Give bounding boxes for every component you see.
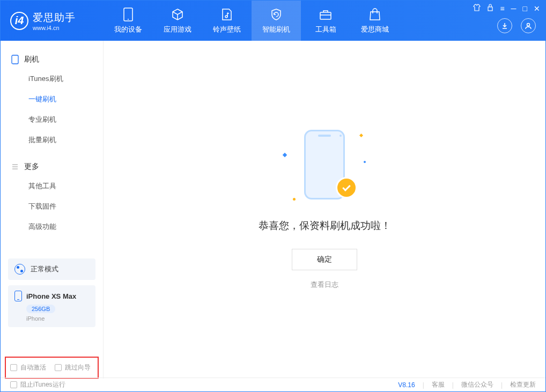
minimize-button[interactable]: ─ bbox=[511, 4, 517, 13]
tab-toolbox[interactable]: 工具箱 bbox=[301, 1, 350, 41]
svg-point-5 bbox=[527, 24, 530, 26]
check-update-link[interactable]: 检查更新 bbox=[510, 380, 536, 389]
close-button[interactable]: ✕ bbox=[534, 4, 540, 13]
support-link[interactable]: 客服 bbox=[432, 380, 445, 389]
sidebar-item-download-firmware[interactable]: 下载固件 bbox=[1, 196, 103, 217]
sparkle-icon bbox=[293, 198, 296, 201]
music-file-icon bbox=[220, 8, 234, 21]
tab-store[interactable]: 爱思商城 bbox=[350, 1, 400, 41]
phone-icon bbox=[14, 291, 22, 301]
lock-icon[interactable] bbox=[487, 4, 493, 13]
main-content: 恭喜您，保资料刷机成功啦！ 确定 查看日志 bbox=[104, 41, 545, 379]
checkbox-skip-guide[interactable]: 跳过向导 bbox=[55, 363, 91, 372]
sparkle-icon bbox=[359, 134, 363, 137]
ok-button[interactable]: 确定 bbox=[292, 249, 357, 270]
logo-icon: i4 bbox=[10, 12, 28, 30]
sidebar-item-oneclick-flash[interactable]: 一键刷机 bbox=[1, 89, 103, 109]
maximize-button[interactable]: □ bbox=[523, 4, 527, 13]
checkbox-block-itunes[interactable]: 阻止iTunes运行 bbox=[10, 380, 65, 389]
sidebar-item-pro-flash[interactable]: 专业刷机 bbox=[1, 109, 103, 130]
toolbox-icon bbox=[319, 8, 333, 21]
svg-rect-4 bbox=[488, 7, 492, 11]
checkbox-auto-activate[interactable]: 自动激活 bbox=[10, 363, 46, 372]
list-icon bbox=[11, 163, 19, 171]
window-controls: ≡ ─ □ ✕ bbox=[473, 4, 540, 13]
shield-refresh-icon bbox=[269, 8, 283, 21]
storage-badge: 256GB bbox=[26, 305, 55, 313]
sidebar-item-advanced[interactable]: 高级功能 bbox=[1, 217, 103, 237]
checkbox-icon bbox=[55, 364, 62, 371]
sidebar-item-other-tools[interactable]: 其他工具 bbox=[1, 176, 103, 196]
device-type: iPhone bbox=[26, 315, 89, 322]
tab-apps-games[interactable]: 应用游戏 bbox=[153, 1, 202, 41]
checkbox-icon bbox=[10, 381, 17, 388]
version-label: V8.16 bbox=[398, 381, 415, 389]
svg-point-2 bbox=[225, 16, 227, 18]
mode-label: 正常模式 bbox=[31, 264, 58, 274]
sidebar-item-batch-flash[interactable]: 批量刷机 bbox=[1, 130, 103, 150]
phone-outline-icon bbox=[11, 55, 19, 64]
sidebar-group-more[interactable]: 更多 bbox=[1, 158, 103, 176]
sidebar-group-flash[interactable]: 刷机 bbox=[1, 50, 103, 69]
tab-my-device[interactable]: 我的设备 bbox=[104, 1, 153, 41]
device-icon bbox=[121, 8, 135, 21]
nav-tabs: 我的设备 应用游戏 铃声壁纸 智能刷机 工具箱 爱思商城 bbox=[104, 1, 400, 41]
device-name: iPhone XS Max bbox=[26, 292, 76, 300]
app-name: 爱思助手 bbox=[33, 11, 76, 25]
device-card[interactable]: iPhone XS Max 256GB iPhone bbox=[8, 285, 95, 327]
options-highlight-box: 自动激活 跳过向导 bbox=[5, 357, 99, 379]
success-illustration bbox=[279, 130, 370, 205]
bag-icon bbox=[368, 8, 382, 21]
success-badge-icon bbox=[336, 177, 357, 198]
download-icon[interactable] bbox=[497, 18, 512, 33]
sparkle-icon bbox=[283, 153, 287, 157]
sparkle-icon bbox=[364, 161, 366, 163]
checkbox-icon bbox=[10, 364, 17, 371]
svg-point-1 bbox=[128, 19, 129, 20]
app-logo[interactable]: i4 爱思助手 www.i4.cn bbox=[1, 11, 104, 31]
shirt-icon[interactable] bbox=[473, 4, 481, 13]
sidebar: 刷机 iTunes刷机 一键刷机 专业刷机 批量刷机 更多 其他工具 下载固件 … bbox=[1, 41, 104, 379]
cube-icon bbox=[171, 8, 185, 21]
success-message: 恭喜您，保资料刷机成功啦！ bbox=[259, 219, 391, 233]
tab-smart-flash[interactable]: 智能刷机 bbox=[252, 1, 301, 41]
tab-ringtone-wallpaper[interactable]: 铃声壁纸 bbox=[202, 1, 252, 41]
menu-icon[interactable]: ≡ bbox=[500, 4, 504, 13]
statusbar: 阻止iTunes运行 V8.16 | 客服 | 微信公众号 | 检查更新 bbox=[1, 378, 545, 391]
titlebar: i4 爱思助手 www.i4.cn 我的设备 应用游戏 铃声壁纸 智能刷机 工具… bbox=[1, 1, 545, 41]
app-url: www.i4.cn bbox=[33, 25, 76, 31]
account-icons bbox=[497, 18, 536, 33]
view-log-link[interactable]: 查看日志 bbox=[311, 280, 338, 290]
svg-rect-3 bbox=[320, 12, 331, 19]
svg-rect-6 bbox=[12, 55, 18, 64]
mode-card[interactable]: 正常模式 bbox=[8, 258, 95, 280]
user-icon[interactable] bbox=[521, 18, 536, 33]
sidebar-item-itunes-flash[interactable]: iTunes刷机 bbox=[1, 69, 103, 89]
wechat-link[interactable]: 微信公众号 bbox=[461, 380, 493, 389]
mode-icon bbox=[14, 264, 25, 275]
